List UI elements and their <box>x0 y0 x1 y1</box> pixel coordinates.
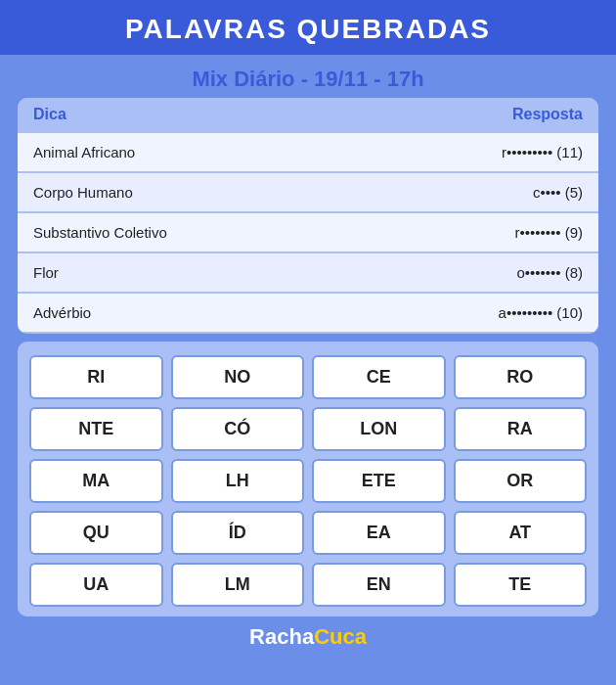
clue-table: Dica Resposta Animal Africanor••••••••• … <box>18 98 598 334</box>
syllable-cell[interactable]: RA <box>454 407 588 451</box>
table-row: Advérbioa••••••••• (10) <box>18 293 598 333</box>
syllable-cell[interactable]: LON <box>312 407 446 451</box>
dica-cell: Animal Africano <box>18 132 359 172</box>
syllable-cell[interactable]: CÓ <box>171 407 305 451</box>
col-resposta: Resposta <box>359 98 598 132</box>
syllable-grid: RINOCERONTECÓLONRAMALHETEORQUÍDEAATUALME… <box>29 355 587 607</box>
main-card: Dica Resposta Animal Africanor••••••••• … <box>18 98 598 334</box>
syllable-card: RINOCERONTECÓLONRAMALHETEORQUÍDEAATUALME… <box>18 342 598 616</box>
syllable-cell[interactable]: UA <box>29 563 163 607</box>
dica-cell: Substantivo Coletivo <box>18 212 359 252</box>
brand-racha: Racha <box>249 624 314 649</box>
syllable-cell[interactable]: NO <box>171 355 305 399</box>
resposta-cell: o••••••• (8) <box>359 252 598 293</box>
syllable-cell[interactable]: QU <box>29 511 163 555</box>
header: PALAVRAS QUEBRADAS <box>0 0 616 55</box>
brand: RachaCuca <box>249 624 367 649</box>
syllable-cell[interactable]: TE <box>454 563 588 607</box>
table-row: Floro••••••• (8) <box>18 252 598 293</box>
syllable-cell[interactable]: LM <box>171 563 305 607</box>
table-row: Corpo Humanoc•••• (5) <box>18 172 598 212</box>
dica-cell: Flor <box>18 252 359 293</box>
col-dica: Dica <box>18 98 359 132</box>
syllable-cell[interactable]: RI <box>29 355 163 399</box>
syllable-cell[interactable]: CE <box>312 355 446 399</box>
syllable-cell[interactable]: OR <box>454 459 588 503</box>
syllable-section: RINOCERONTECÓLONRAMALHETEORQUÍDEAATUALME… <box>18 345 598 616</box>
page-title: PALAVRAS QUEBRADAS <box>125 14 491 44</box>
dica-cell: Advérbio <box>18 293 359 333</box>
table-row: Animal Africanor••••••••• (11) <box>18 132 598 172</box>
syllable-cell[interactable]: EN <box>312 563 446 607</box>
syllable-cell[interactable]: AT <box>454 511 588 555</box>
syllable-cell[interactable]: RO <box>454 355 588 399</box>
table-row: Substantivo Coletivor•••••••• (9) <box>18 212 598 252</box>
brand-cuca: Cuca <box>314 624 367 649</box>
resposta-cell: r•••••••• (9) <box>359 212 598 252</box>
syllable-cell[interactable]: NTE <box>29 407 163 451</box>
footer: RachaCuca <box>249 624 367 660</box>
resposta-cell: a••••••••• (10) <box>359 293 598 333</box>
syllable-cell[interactable]: EA <box>312 511 446 555</box>
syllable-cell[interactable]: MA <box>29 459 163 503</box>
resposta-cell: r••••••••• (11) <box>359 132 598 172</box>
syllable-cell[interactable]: ÍD <box>171 511 305 555</box>
dica-cell: Corpo Humano <box>18 172 359 212</box>
syllable-cell[interactable]: LH <box>171 459 305 503</box>
syllable-cell[interactable]: ETE <box>312 459 446 503</box>
resposta-cell: c•••• (5) <box>359 172 598 212</box>
subtitle: Mix Diário - 19/11 - 17h <box>192 55 423 98</box>
